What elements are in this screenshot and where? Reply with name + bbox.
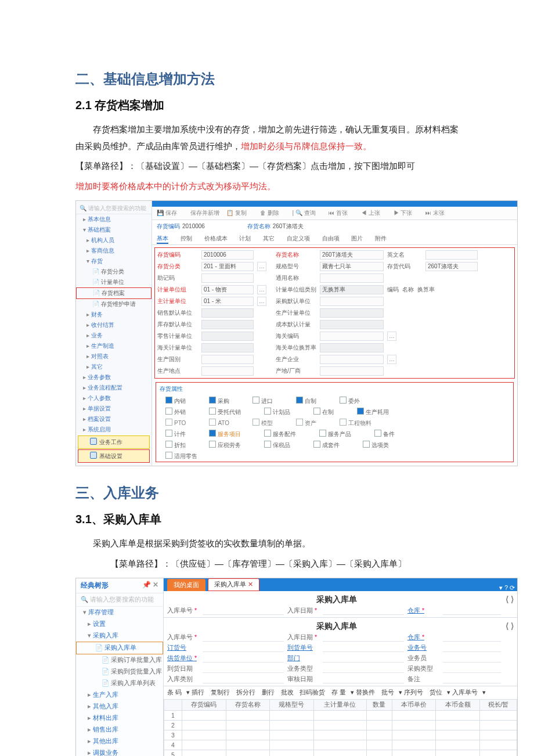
tab-price[interactable]: 价格成本	[204, 235, 228, 242]
f3-biz-l[interactable]: 业务号	[407, 644, 439, 652]
op-8[interactable]: 替换件	[356, 689, 375, 696]
op-11[interactable]: 货位	[430, 689, 442, 696]
nav-bizparam[interactable]: 业务参数	[76, 372, 151, 383]
cb-cg[interactable]: 采购	[209, 397, 229, 405]
f-gu-v[interactable]: 01 - 物资	[201, 285, 254, 294]
nav-stock[interactable]: 存货	[76, 256, 151, 267]
tb-next[interactable]: ▶ 下张	[394, 210, 418, 216]
cb-zzp[interactable]: 在制	[313, 408, 334, 416]
cb-ato[interactable]: ATO	[209, 419, 229, 427]
cb-wx[interactable]: 外销	[165, 408, 186, 416]
table-row[interactable]: 1	[164, 711, 517, 721]
lookup-icon-5[interactable]: …	[387, 355, 396, 364]
nav-unit[interactable]: 📄 计量单位	[76, 277, 151, 287]
n2-stock[interactable]: 库存管理	[76, 607, 163, 618]
cb-mx[interactable]: 模型	[252, 419, 273, 427]
f3-pt[interactable]	[443, 664, 501, 673]
f-cat-v[interactable]: 201 - 里面料	[201, 262, 254, 271]
n2-cgrk[interactable]: 采购入库	[76, 630, 163, 642]
tab-basic[interactable]: 基本	[157, 235, 168, 244]
f3-ord[interactable]	[203, 643, 284, 652]
f3-rem[interactable]	[443, 675, 501, 683]
cb-zz[interactable]: 自制	[296, 397, 316, 405]
f3-ad[interactable]	[203, 664, 284, 673]
tb-prev[interactable]: ◀ 上张	[361, 210, 386, 216]
cb-bj[interactable]: 备件	[374, 430, 395, 438]
tb-del[interactable]: 🗑 删除	[260, 210, 285, 216]
n2-set[interactable]: 设置	[76, 618, 163, 630]
cb-jj[interactable]: 计件	[165, 430, 186, 438]
table-row[interactable]: 4	[164, 740, 517, 750]
cb-ww[interactable]: 委外	[340, 397, 360, 405]
table-row[interactable]: 5	[164, 750, 517, 757]
nav-vendor[interactable]: 客商信息	[76, 246, 151, 256]
tb-first[interactable]: ⏮ 首张	[329, 210, 353, 216]
op-0[interactable]: 条 码	[167, 689, 182, 696]
tab-udf[interactable]: 自定义项	[287, 235, 310, 242]
f-name-v[interactable]: 260T涤塔夫	[320, 250, 384, 260]
th-7[interactable]: 本币金额	[436, 700, 480, 711]
f3-wh[interactable]	[443, 633, 501, 642]
cb-zc[interactable]: 资产	[296, 419, 316, 427]
nav-map[interactable]: 对照表	[76, 351, 151, 362]
f-code-v[interactable]: 2010006	[201, 250, 254, 260]
f2-date[interactable]	[323, 606, 404, 615]
op-6[interactable]: 扫码验货	[300, 689, 325, 696]
op-1[interactable]: 插行	[192, 689, 204, 696]
f-gd-v[interactable]	[201, 366, 254, 376]
f3-ord-l[interactable]: 订货号	[167, 644, 199, 652]
nav-stock-archive[interactable]: 📄 存货档案	[76, 287, 151, 299]
cb-bs[interactable]: 保税品	[264, 441, 290, 449]
f-mu-v[interactable]: 01 - 米	[201, 297, 254, 306]
f2-wh[interactable]	[443, 606, 501, 615]
op-2[interactable]: 复制行	[211, 689, 230, 696]
n2-list[interactable]: 📄 采购入库单列表	[76, 678, 163, 689]
cb-zk[interactable]: 折扣	[165, 441, 186, 449]
win-ctl[interactable]: ▾ ? ⟳	[497, 584, 517, 591]
f3-bt[interactable]	[323, 664, 404, 673]
lookup-icon-3[interactable]: …	[257, 297, 266, 306]
tab-other[interactable]: 其它	[263, 235, 275, 242]
f3-sup-l[interactable]: 供货单位 *	[167, 654, 199, 663]
tab-free[interactable]: 自由项	[322, 235, 340, 242]
n2-batch2[interactable]: 📄 采购到货批量入库	[76, 666, 163, 678]
n2-xsout[interactable]: 销售出库	[76, 724, 163, 736]
close-icon[interactable]: ✕	[248, 581, 253, 588]
n2-batch1[interactable]: 📄 采购订单批量入库	[76, 654, 163, 666]
cb-pto[interactable]: PTO	[165, 419, 186, 427]
nav-flowcfg[interactable]: 业务流程配置	[76, 383, 151, 393]
f3-rd[interactable]	[323, 675, 404, 683]
f3-sup[interactable]	[203, 654, 284, 663]
f-cn-v[interactable]	[320, 273, 384, 283]
table-row[interactable]: 3	[164, 730, 517, 740]
f3-it[interactable]	[203, 675, 284, 683]
f-cf-v[interactable]	[320, 366, 384, 376]
f-pd-v[interactable]	[320, 297, 384, 306]
th-5[interactable]: 数量	[366, 700, 392, 711]
nav-basecfg[interactable]: 基础设置	[78, 449, 150, 463]
op-5[interactable]: 批改	[281, 689, 294, 696]
op-9[interactable]: 批号	[381, 689, 394, 696]
f-gc-v[interactable]	[201, 355, 254, 364]
tb-query[interactable]: 🔍 查询	[295, 210, 322, 216]
sidebar-search[interactable]: 🔍 请输入您要搜索的功能	[76, 203, 151, 214]
lookup-icon-4[interactable]: …	[387, 332, 396, 341]
f2-wh-l[interactable]: 仓库 *	[407, 607, 439, 615]
cb-sc[interactable]: 生产耗用	[357, 408, 389, 416]
lookup-icon-2[interactable]: …	[257, 285, 266, 294]
f-mem-v[interactable]	[201, 273, 254, 283]
cb-ys[interactable]: 应税劳务	[209, 441, 241, 449]
th-8[interactable]: 税长/暂	[479, 700, 517, 711]
f-hc-v[interactable]	[320, 332, 384, 341]
cb-st[interactable]: 受托代销	[209, 408, 241, 416]
nav-icons[interactable]: ⟨ ⟩	[506, 595, 514, 604]
nav-filecfg[interactable]: 档案设置	[76, 414, 151, 424]
nav-billcfg[interactable]: 单据设置	[76, 404, 151, 414]
nav-sysuse[interactable]: 系统启用	[76, 424, 151, 435]
f3-arr[interactable]	[323, 643, 404, 652]
tb-save[interactable]: 💾 保存	[157, 210, 183, 216]
cb-gc[interactable]: 工程物料	[340, 419, 371, 427]
nav-basic-info[interactable]: 基本信息	[76, 214, 151, 225]
nav-basic-archive[interactable]: 基础档案	[76, 225, 151, 235]
f-en-v[interactable]	[425, 250, 478, 260]
